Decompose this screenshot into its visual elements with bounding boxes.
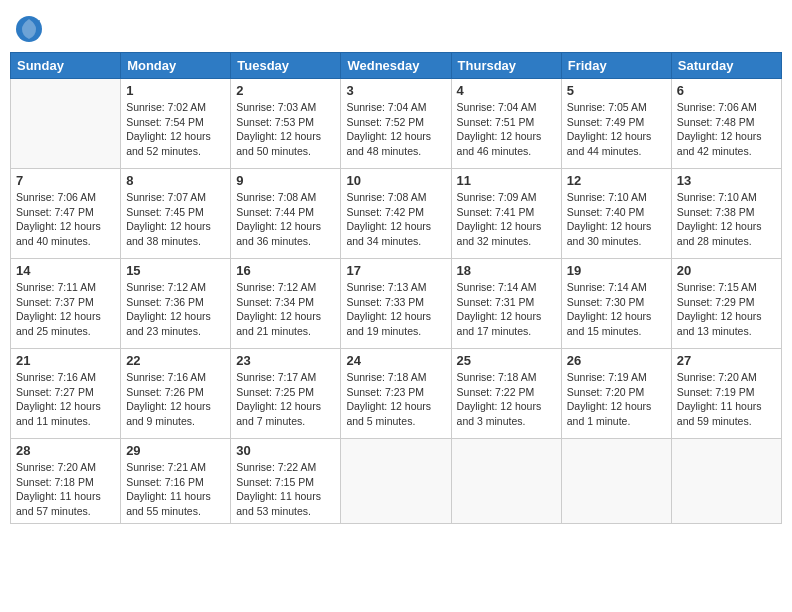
calendar-cell: 22Sunrise: 7:16 AM Sunset: 7:26 PM Dayli… xyxy=(121,349,231,439)
week-row-4: 21Sunrise: 7:16 AM Sunset: 7:27 PM Dayli… xyxy=(11,349,782,439)
day-number: 21 xyxy=(16,353,115,368)
calendar-cell: 7Sunrise: 7:06 AM Sunset: 7:47 PM Daylig… xyxy=(11,169,121,259)
day-info: Sunrise: 7:09 AM Sunset: 7:41 PM Dayligh… xyxy=(457,190,556,249)
day-info: Sunrise: 7:04 AM Sunset: 7:52 PM Dayligh… xyxy=(346,100,445,159)
day-number: 5 xyxy=(567,83,666,98)
weekday-header-row: SundayMondayTuesdayWednesdayThursdayFrid… xyxy=(11,53,782,79)
calendar-cell: 21Sunrise: 7:16 AM Sunset: 7:27 PM Dayli… xyxy=(11,349,121,439)
day-info: Sunrise: 7:07 AM Sunset: 7:45 PM Dayligh… xyxy=(126,190,225,249)
day-info: Sunrise: 7:14 AM Sunset: 7:30 PM Dayligh… xyxy=(567,280,666,339)
day-info: Sunrise: 7:16 AM Sunset: 7:26 PM Dayligh… xyxy=(126,370,225,429)
day-number: 25 xyxy=(457,353,556,368)
weekday-header-friday: Friday xyxy=(561,53,671,79)
day-number: 13 xyxy=(677,173,776,188)
week-row-2: 7Sunrise: 7:06 AM Sunset: 7:47 PM Daylig… xyxy=(11,169,782,259)
day-info: Sunrise: 7:06 AM Sunset: 7:47 PM Dayligh… xyxy=(16,190,115,249)
day-number: 3 xyxy=(346,83,445,98)
day-info: Sunrise: 7:08 AM Sunset: 7:42 PM Dayligh… xyxy=(346,190,445,249)
day-number: 17 xyxy=(346,263,445,278)
calendar-cell: 26Sunrise: 7:19 AM Sunset: 7:20 PM Dayli… xyxy=(561,349,671,439)
calendar-cell: 20Sunrise: 7:15 AM Sunset: 7:29 PM Dayli… xyxy=(671,259,781,349)
day-info: Sunrise: 7:10 AM Sunset: 7:38 PM Dayligh… xyxy=(677,190,776,249)
day-number: 27 xyxy=(677,353,776,368)
day-number: 28 xyxy=(16,443,115,458)
day-number: 11 xyxy=(457,173,556,188)
calendar-cell: 2Sunrise: 7:03 AM Sunset: 7:53 PM Daylig… xyxy=(231,79,341,169)
week-row-1: 1Sunrise: 7:02 AM Sunset: 7:54 PM Daylig… xyxy=(11,79,782,169)
day-info: Sunrise: 7:20 AM Sunset: 7:18 PM Dayligh… xyxy=(16,460,115,519)
day-info: Sunrise: 7:03 AM Sunset: 7:53 PM Dayligh… xyxy=(236,100,335,159)
weekday-header-tuesday: Tuesday xyxy=(231,53,341,79)
day-info: Sunrise: 7:13 AM Sunset: 7:33 PM Dayligh… xyxy=(346,280,445,339)
day-number: 22 xyxy=(126,353,225,368)
day-info: Sunrise: 7:08 AM Sunset: 7:44 PM Dayligh… xyxy=(236,190,335,249)
day-number: 15 xyxy=(126,263,225,278)
day-info: Sunrise: 7:21 AM Sunset: 7:16 PM Dayligh… xyxy=(126,460,225,519)
calendar-cell: 28Sunrise: 7:20 AM Sunset: 7:18 PM Dayli… xyxy=(11,439,121,524)
calendar-cell: 3Sunrise: 7:04 AM Sunset: 7:52 PM Daylig… xyxy=(341,79,451,169)
calendar-cell: 12Sunrise: 7:10 AM Sunset: 7:40 PM Dayli… xyxy=(561,169,671,259)
calendar-cell: 27Sunrise: 7:20 AM Sunset: 7:19 PM Dayli… xyxy=(671,349,781,439)
day-number: 4 xyxy=(457,83,556,98)
day-info: Sunrise: 7:20 AM Sunset: 7:19 PM Dayligh… xyxy=(677,370,776,429)
weekday-header-sunday: Sunday xyxy=(11,53,121,79)
day-info: Sunrise: 7:22 AM Sunset: 7:15 PM Dayligh… xyxy=(236,460,335,519)
day-number: 1 xyxy=(126,83,225,98)
calendar-cell xyxy=(451,439,561,524)
calendar-table: SundayMondayTuesdayWednesdayThursdayFrid… xyxy=(10,52,782,524)
weekday-header-saturday: Saturday xyxy=(671,53,781,79)
day-info: Sunrise: 7:12 AM Sunset: 7:36 PM Dayligh… xyxy=(126,280,225,339)
day-info: Sunrise: 7:02 AM Sunset: 7:54 PM Dayligh… xyxy=(126,100,225,159)
day-info: Sunrise: 7:06 AM Sunset: 7:48 PM Dayligh… xyxy=(677,100,776,159)
calendar-cell: 4Sunrise: 7:04 AM Sunset: 7:51 PM Daylig… xyxy=(451,79,561,169)
day-info: Sunrise: 7:05 AM Sunset: 7:49 PM Dayligh… xyxy=(567,100,666,159)
day-number: 7 xyxy=(16,173,115,188)
day-number: 10 xyxy=(346,173,445,188)
calendar-cell: 8Sunrise: 7:07 AM Sunset: 7:45 PM Daylig… xyxy=(121,169,231,259)
calendar-cell: 24Sunrise: 7:18 AM Sunset: 7:23 PM Dayli… xyxy=(341,349,451,439)
day-number: 18 xyxy=(457,263,556,278)
day-number: 19 xyxy=(567,263,666,278)
calendar-cell: 30Sunrise: 7:22 AM Sunset: 7:15 PM Dayli… xyxy=(231,439,341,524)
day-info: Sunrise: 7:17 AM Sunset: 7:25 PM Dayligh… xyxy=(236,370,335,429)
calendar-cell: 17Sunrise: 7:13 AM Sunset: 7:33 PM Dayli… xyxy=(341,259,451,349)
calendar-cell: 10Sunrise: 7:08 AM Sunset: 7:42 PM Dayli… xyxy=(341,169,451,259)
day-number: 20 xyxy=(677,263,776,278)
day-number: 26 xyxy=(567,353,666,368)
day-number: 12 xyxy=(567,173,666,188)
calendar-cell xyxy=(561,439,671,524)
day-number: 16 xyxy=(236,263,335,278)
calendar-cell: 14Sunrise: 7:11 AM Sunset: 7:37 PM Dayli… xyxy=(11,259,121,349)
day-info: Sunrise: 7:16 AM Sunset: 7:27 PM Dayligh… xyxy=(16,370,115,429)
day-number: 14 xyxy=(16,263,115,278)
calendar-cell: 6Sunrise: 7:06 AM Sunset: 7:48 PM Daylig… xyxy=(671,79,781,169)
calendar-cell xyxy=(341,439,451,524)
calendar-cell: 19Sunrise: 7:14 AM Sunset: 7:30 PM Dayli… xyxy=(561,259,671,349)
day-info: Sunrise: 7:12 AM Sunset: 7:34 PM Dayligh… xyxy=(236,280,335,339)
weekday-header-wednesday: Wednesday xyxy=(341,53,451,79)
day-info: Sunrise: 7:18 AM Sunset: 7:23 PM Dayligh… xyxy=(346,370,445,429)
week-row-5: 28Sunrise: 7:20 AM Sunset: 7:18 PM Dayli… xyxy=(11,439,782,524)
day-info: Sunrise: 7:04 AM Sunset: 7:51 PM Dayligh… xyxy=(457,100,556,159)
day-number: 23 xyxy=(236,353,335,368)
calendar-cell: 5Sunrise: 7:05 AM Sunset: 7:49 PM Daylig… xyxy=(561,79,671,169)
day-info: Sunrise: 7:11 AM Sunset: 7:37 PM Dayligh… xyxy=(16,280,115,339)
calendar-cell: 11Sunrise: 7:09 AM Sunset: 7:41 PM Dayli… xyxy=(451,169,561,259)
day-info: Sunrise: 7:14 AM Sunset: 7:31 PM Dayligh… xyxy=(457,280,556,339)
day-number: 2 xyxy=(236,83,335,98)
weekday-header-thursday: Thursday xyxy=(451,53,561,79)
calendar-cell: 1Sunrise: 7:02 AM Sunset: 7:54 PM Daylig… xyxy=(121,79,231,169)
day-number: 29 xyxy=(126,443,225,458)
calendar-cell: 18Sunrise: 7:14 AM Sunset: 7:31 PM Dayli… xyxy=(451,259,561,349)
day-number: 6 xyxy=(677,83,776,98)
calendar-cell: 15Sunrise: 7:12 AM Sunset: 7:36 PM Dayli… xyxy=(121,259,231,349)
week-row-3: 14Sunrise: 7:11 AM Sunset: 7:37 PM Dayli… xyxy=(11,259,782,349)
day-number: 24 xyxy=(346,353,445,368)
day-number: 9 xyxy=(236,173,335,188)
day-number: 8 xyxy=(126,173,225,188)
day-number: 30 xyxy=(236,443,335,458)
calendar-cell: 16Sunrise: 7:12 AM Sunset: 7:34 PM Dayli… xyxy=(231,259,341,349)
logo xyxy=(14,14,48,44)
day-info: Sunrise: 7:15 AM Sunset: 7:29 PM Dayligh… xyxy=(677,280,776,339)
page-header xyxy=(10,10,782,44)
